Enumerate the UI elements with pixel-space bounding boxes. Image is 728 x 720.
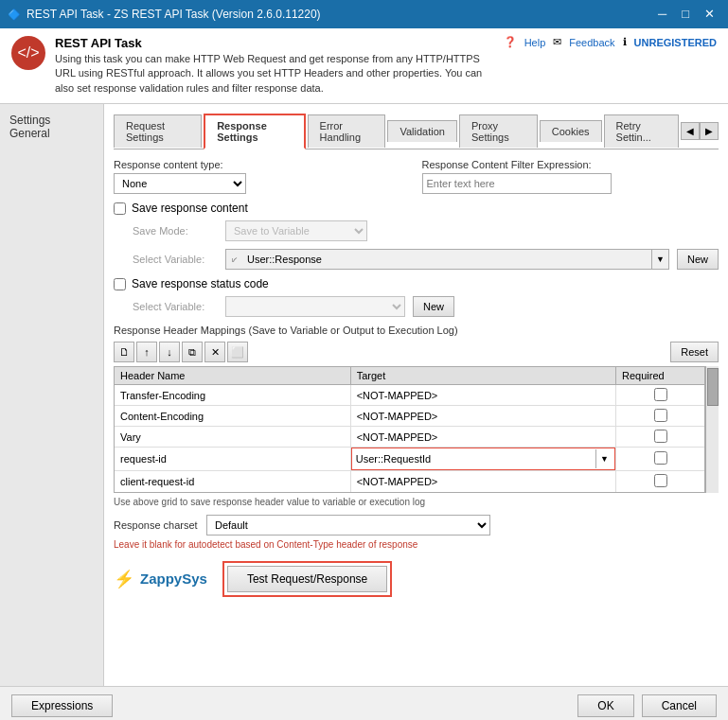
task-icon: </> <box>11 36 45 70</box>
row1-target: <NOT-MAPPED> <box>350 385 615 406</box>
header-links: ❓ Help ✉ Feedback ℹ UNREGISTERED <box>504 36 717 48</box>
ok-btn[interactable]: OK <box>577 694 633 717</box>
test-btn-container: Test Request/Response <box>222 561 392 597</box>
clear-btn[interactable]: ⬜ <box>227 342 248 362</box>
table-row: client-request-id <NOT-MAPPED> <box>115 471 704 492</box>
reset-btn[interactable]: Reset <box>670 342 719 362</box>
grid-scrollbar[interactable] <box>705 366 719 493</box>
table-row: Vary <NOT-MAPPED> <box>115 427 704 448</box>
tab-cookies[interactable]: Cookies <box>540 120 602 142</box>
mappings-title: Response Header Mappings (Save to Variab… <box>114 325 719 336</box>
sidebar: Settings General <box>0 104 104 686</box>
header-title: REST API Task <box>55 36 494 50</box>
minimize-button[interactable]: ─ <box>652 6 672 23</box>
row2-required-check[interactable] <box>654 409 667 422</box>
add-mapping-btn[interactable]: 🗋 <box>114 342 134 362</box>
charset-label: Response charset <box>114 519 199 531</box>
footer: Expressions OK Cancel <box>0 686 728 720</box>
mapped-dropdown-btn[interactable]: ▼ <box>595 449 613 468</box>
new-variable-btn2[interactable]: New <box>413 296 454 317</box>
tab-error-handling[interactable]: Error Handling <box>308 114 386 148</box>
mappings-toolbar: 🗋 ↑ ↓ ⧉ ✕ ⬜ Reset <box>114 342 719 362</box>
variable-dropdown-btn1[interactable]: ▼ <box>651 250 668 269</box>
move-up-btn[interactable]: ↑ <box>136 342 157 362</box>
tab-retry-settings[interactable]: Retry Settin... <box>604 114 679 148</box>
new-variable-btn1[interactable]: New <box>677 249 719 270</box>
col-required: Required <box>616 367 704 385</box>
tab-request-settings[interactable]: Request Settings <box>114 114 202 148</box>
toolbar-left: 🗋 ↑ ↓ ⧉ ✕ ⬜ <box>114 342 248 362</box>
window-controls: ─ □ ✕ <box>652 6 720 23</box>
row1-required-check[interactable] <box>654 388 667 401</box>
variable-name1: User::Response <box>243 254 651 265</box>
row4-required-check[interactable] <box>654 451 667 465</box>
row3-required <box>616 427 704 448</box>
unregistered-link[interactable]: UNREGISTERED <box>634 37 717 48</box>
content-type-select[interactable]: None <box>114 173 246 194</box>
header-content: REST API Task Using this task you can ma… <box>55 36 494 96</box>
content-area: Request Settings Response Settings Error… <box>104 104 728 686</box>
variable-select2[interactable] <box>225 296 405 317</box>
row4-required <box>616 448 704 471</box>
app-icon: 🔷 <box>8 9 21 21</box>
tab-nav-left[interactable]: ◀ <box>681 122 700 140</box>
help-link[interactable]: Help <box>524 37 546 48</box>
logo-icon: ⚡ <box>114 569 134 589</box>
mappings-grid: Header Name Target Required Transfer-Enc… <box>114 366 705 493</box>
close-button[interactable]: ✕ <box>699 6 720 23</box>
save-status-label: Save response status code <box>132 277 269 290</box>
tab-response-settings[interactable]: Response Settings <box>204 114 305 149</box>
row2-header: Content-Encoding <box>115 406 350 427</box>
save-response-checkbox[interactable] <box>114 202 126 215</box>
table-row: Transfer-Encoding <NOT-MAPPED> <box>115 385 704 406</box>
delete-btn[interactable]: ✕ <box>204 342 225 362</box>
col-target: Target <box>350 367 615 385</box>
row3-required-check[interactable] <box>654 430 667 443</box>
mapped-target-cell[interactable]: User::RequestId ▼ <box>351 448 615 470</box>
row3-target: <NOT-MAPPED> <box>350 427 615 448</box>
header-bar: </> REST API Task Using this task you ca… <box>0 28 728 104</box>
maximize-button[interactable]: □ <box>676 6 695 23</box>
save-status-row: Save response status code <box>114 277 719 290</box>
copy-btn[interactable]: ⧉ <box>182 342 203 362</box>
help-icon: ❓ <box>504 36 517 48</box>
sidebar-item-settings-general[interactable]: Settings General <box>0 110 103 144</box>
table-row: Content-Encoding <NOT-MAPPED> <box>115 406 704 427</box>
mappings-note: Use above grid to save response header v… <box>114 497 719 507</box>
cancel-btn[interactable]: Cancel <box>642 694 717 717</box>
select-variable-row2: Select Variable: New <box>133 296 719 317</box>
test-request-btn[interactable]: Test Request/Response <box>227 566 387 592</box>
save-response-label: Save response content <box>132 202 248 215</box>
charset-select[interactable]: Default <box>206 515 490 536</box>
table-row: request-id User::RequestId ▼ <box>115 448 704 471</box>
email-icon: ✉ <box>553 36 561 48</box>
info-icon: ℹ <box>623 36 627 48</box>
save-mode-select[interactable]: Save to Variable <box>225 220 367 241</box>
select-variable-row1: Select Variable: 🗸 User::Response ▼ New <box>133 249 719 270</box>
mappings-table: Header Name Target Required Transfer-Enc… <box>115 367 704 492</box>
content-type-label: Response content type: <box>114 159 411 170</box>
tab-proxy-settings[interactable]: Proxy Settings <box>459 114 538 148</box>
row1-header: Transfer-Encoding <box>115 385 350 406</box>
col-header-name: Header Name <box>115 367 350 385</box>
logo-area: ⚡ ZappySys <box>114 569 207 589</box>
main-layout: Settings General Request Settings Respon… <box>0 104 728 686</box>
charset-hint: Leave it blank for autodetect based on C… <box>114 539 719 550</box>
footer-right: OK Cancel <box>577 694 717 717</box>
content-filter-input[interactable] <box>422 173 612 194</box>
row2-target: <NOT-MAPPED> <box>350 406 615 427</box>
save-mode-label: Save Mode: <box>133 225 218 237</box>
row5-required-check[interactable] <box>654 474 667 487</box>
move-down-btn[interactable]: ↓ <box>159 342 180 362</box>
tab-validation[interactable]: Validation <box>387 120 457 142</box>
scrollbar-thumb <box>707 368 719 406</box>
feedback-link[interactable]: Feedback <box>569 37 614 48</box>
tab-nav-right[interactable]: ▶ <box>700 122 719 140</box>
row1-required <box>616 385 704 406</box>
table-header: Header Name Target Required <box>115 367 704 385</box>
expressions-btn[interactable]: Expressions <box>11 694 113 717</box>
variable-selector1[interactable]: 🗸 User::Response ▼ <box>225 249 669 270</box>
save-status-checkbox[interactable] <box>114 278 126 290</box>
title-bar-title: 🔷 REST API Task - ZS REST API Task (Vers… <box>8 8 321 21</box>
row4-target: User::RequestId ▼ <box>350 448 615 471</box>
